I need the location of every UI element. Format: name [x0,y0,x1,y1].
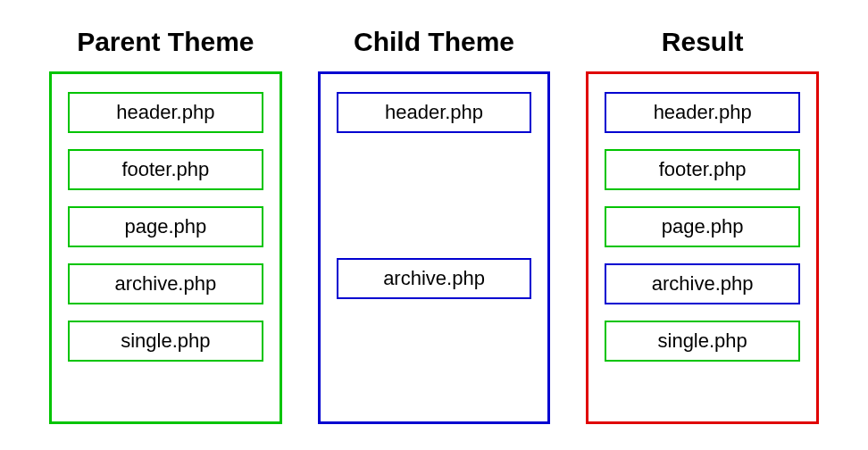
result-title: Result [662,27,744,57]
file-item: header.php [68,92,263,133]
parent-theme-column: Parent Theme header.php footer.php page.… [49,27,282,424]
child-theme-column: Child Theme header.php archive.php [318,27,551,424]
empty-slot [337,204,532,242]
empty-slot [337,149,532,188]
file-item: header.php [337,92,532,133]
file-item: footer.php [68,149,263,190]
file-item: header.php [605,92,800,133]
parent-theme-title: Parent Theme [77,27,254,57]
file-item: footer.php [605,149,800,190]
file-item: page.php [68,206,263,247]
child-theme-title: Child Theme [354,27,514,57]
result-box: header.php footer.php page.php archive.p… [586,71,819,424]
file-item: archive.php [68,263,263,304]
result-column: Result header.php footer.php page.php ar… [586,27,819,424]
file-item: single.php [68,321,263,362]
file-item: archive.php [337,258,532,299]
parent-theme-box: header.php footer.php page.php archive.p… [49,71,282,424]
file-item: page.php [605,206,800,247]
file-item: archive.php [605,263,800,304]
file-item: single.php [605,321,800,362]
diagram-container: Parent Theme header.php footer.php page.… [49,27,819,424]
child-theme-box: header.php archive.php [318,71,551,424]
